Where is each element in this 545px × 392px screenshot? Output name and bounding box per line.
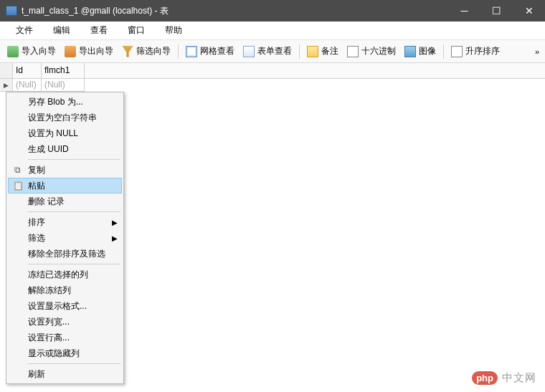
menu-save-blob-as[interactable]: 另存 Blob 为... (8, 94, 122, 110)
grid-view-icon (186, 46, 197, 57)
filter-wizard-label: 筛选向导 (136, 45, 171, 57)
menu-generate-uuid[interactable]: 生成 UUID (8, 141, 122, 157)
row-indicator-icon[interactable]: ▶ (0, 79, 13, 92)
submenu-arrow-icon: ▶ (112, 219, 118, 226)
form-view-button[interactable]: 表单查看 (239, 40, 296, 62)
import-wizard-label: 导入向导 (22, 45, 56, 57)
toolbar: 导入向导 导出向导 筛选向导 网格查看 表单查看 备注 十六进制 图像 升序排序… (0, 40, 545, 63)
filter-wizard-button[interactable]: 筛选向导 (118, 40, 175, 62)
form-view-label: 表单查看 (257, 45, 292, 57)
toolbar-separator (443, 44, 444, 59)
menu-separator (28, 264, 120, 264)
toolbar-separator (299, 44, 300, 59)
paste-icon: 📋 (12, 180, 24, 191)
menu-sort[interactable]: 排序 ▶ (8, 214, 122, 230)
menubar: 文件 编辑 查看 窗口 帮助 (0, 21, 545, 40)
menu-set-row-height[interactable]: 设置行高... (8, 330, 122, 345)
menu-refresh[interactable]: 刷新 (8, 366, 122, 382)
hex-label: 十六进制 (361, 45, 396, 57)
menu-set-empty-string[interactable]: 设置为空白字符串 (8, 110, 122, 125)
menu-delete-record[interactable]: 删除 记录 (8, 193, 122, 209)
cell-id[interactable]: (Null) (13, 79, 42, 92)
menu-freeze-selected-cols[interactable]: 冻结已选择的列 (8, 267, 122, 282)
image-icon (404, 46, 416, 57)
menu-set-null[interactable]: 设置为 NULL (8, 125, 122, 141)
menu-separator (28, 211, 120, 212)
menu-window[interactable]: 窗口 (118, 21, 155, 39)
filter-icon (122, 46, 133, 57)
menu-file[interactable]: 文件 (6, 21, 43, 39)
image-label: 图像 (419, 45, 436, 57)
menu-view[interactable]: 查看 (80, 21, 118, 39)
sort-asc-button[interactable]: 升序排序 (447, 40, 504, 62)
form-view-icon (243, 46, 255, 57)
menu-unfreeze-cols[interactable]: 解除冻结列 (8, 282, 122, 298)
grid-view-button[interactable]: 网格查看 (181, 40, 239, 62)
menu-separator (28, 159, 120, 160)
window-titlebar: t_mall_class_1 @gmall (localhost) - 表 ─ … (0, 0, 545, 21)
menu-filter[interactable]: 筛选 ▶ (8, 230, 122, 246)
grid-header-row: Id flmch1 (0, 63, 545, 79)
watermark-badge: php (472, 371, 498, 385)
menu-separator (28, 363, 120, 364)
maximize-button[interactable]: ☐ (480, 0, 513, 21)
notes-button[interactable]: 备注 (303, 40, 343, 62)
export-wizard-button[interactable]: 导出向导 (60, 40, 118, 62)
import-wizard-button[interactable]: 导入向导 (3, 40, 60, 62)
hex-icon (347, 46, 359, 57)
menu-show-hide-cols[interactable]: 显示或隐藏列 (8, 345, 122, 361)
import-icon (7, 46, 19, 57)
table-row[interactable]: ▶ (Null) (Null) (0, 79, 545, 92)
export-wizard-label: 导出向导 (79, 45, 113, 57)
export-icon (65, 46, 76, 57)
toolbar-separator (178, 44, 179, 59)
column-header-flmch1[interactable]: flmch1 (42, 63, 85, 78)
menu-paste[interactable]: 📋 粘贴 (8, 178, 122, 193)
menu-set-display-format[interactable]: 设置显示格式... (8, 298, 122, 314)
cell-flmch1[interactable]: (Null) (42, 79, 85, 92)
sort-asc-label: 升序排序 (465, 45, 500, 57)
watermark-text: 中文网 (502, 371, 536, 385)
menu-copy[interactable]: ⧉ 复制 (8, 162, 122, 178)
menu-remove-sort-filter[interactable]: 移除全部排序及筛选 (8, 246, 122, 262)
image-button[interactable]: 图像 (400, 40, 440, 62)
minimize-button[interactable]: ─ (448, 0, 480, 21)
note-icon (307, 46, 318, 57)
toolbar-overflow-button[interactable]: » (529, 47, 545, 56)
data-grid[interactable]: Id flmch1 ▶ (Null) (Null) (0, 63, 545, 92)
submenu-arrow-icon: ▶ (112, 234, 118, 242)
sort-asc-icon (451, 46, 463, 57)
column-header-id[interactable]: Id (13, 63, 42, 78)
hex-button[interactable]: 十六进制 (343, 40, 400, 62)
watermark: php 中文网 (472, 371, 536, 385)
context-menu: 另存 Blob 为... 设置为空白字符串 设置为 NULL 生成 UUID ⧉… (6, 92, 124, 384)
copy-icon: ⧉ (11, 164, 23, 176)
grid-view-label: 网格查看 (200, 45, 234, 57)
notes-label: 备注 (321, 45, 338, 57)
window-title: t_mall_class_1 @gmall (localhost) - 表 (22, 5, 169, 17)
menu-edit[interactable]: 编辑 (43, 21, 80, 39)
menu-help[interactable]: 帮助 (155, 21, 192, 39)
grid-corner[interactable] (0, 63, 13, 78)
close-button[interactable]: ✕ (513, 0, 545, 21)
menu-set-col-width[interactable]: 设置列宽... (8, 314, 122, 330)
app-icon (6, 6, 17, 16)
